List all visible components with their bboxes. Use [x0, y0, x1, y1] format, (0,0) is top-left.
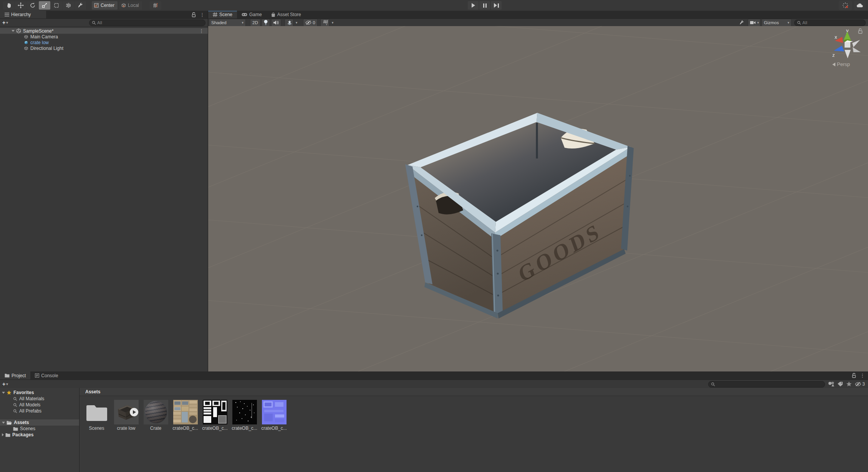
- axis-x-label: x: [835, 34, 837, 40]
- asset-item-crate-material[interactable]: Crate: [141, 400, 171, 431]
- move-tool-button[interactable]: [15, 1, 27, 10]
- hierarchy-tabbar: Hierarchy ⋮: [0, 11, 208, 19]
- tab-hierarchy[interactable]: Hierarchy: [0, 11, 46, 18]
- lock-icon[interactable]: [192, 12, 196, 17]
- step-button[interactable]: [491, 1, 502, 10]
- assets-breadcrumb[interactable]: Assets: [80, 388, 868, 396]
- play-controls: [468, 1, 502, 10]
- search-icon: [13, 397, 17, 401]
- search-by-type-button[interactable]: [828, 381, 834, 387]
- play-button[interactable]: [468, 1, 479, 10]
- scene-menu-button[interactable]: ⋮: [199, 28, 204, 33]
- transform-tool-button[interactable]: [63, 1, 74, 10]
- asset-item-crate-albedo-texture[interactable]: crateOB_c...: [171, 400, 200, 431]
- foldout-icon[interactable]: [2, 433, 4, 436]
- hierarchy-item-label: Directional Light: [30, 46, 63, 51]
- play-icon: [472, 3, 475, 8]
- lock-icon[interactable]: [852, 373, 856, 378]
- tree-item-packages[interactable]: Packages: [0, 432, 79, 438]
- pause-button[interactable]: [479, 1, 490, 10]
- scene-viewport[interactable]: GOODS: [208, 26, 868, 371]
- cloud-services-button[interactable]: [854, 1, 866, 10]
- background-tasks-button[interactable]: [839, 1, 852, 10]
- rect-tool-button[interactable]: [51, 1, 62, 10]
- asset-item-crate-normal-texture[interactable]: crateOB_c...: [259, 400, 289, 431]
- gamepad-icon: [242, 13, 247, 17]
- pivot-mode-button[interactable]: Center: [92, 1, 118, 10]
- asset-item-crate-low-model[interactable]: crate low: [111, 400, 141, 431]
- lighting-toggle-button[interactable]: [262, 19, 270, 26]
- custom-tool-button[interactable]: [75, 1, 86, 10]
- camera-projection-button[interactable]: Persp: [832, 61, 850, 67]
- scale-tool-button[interactable]: [39, 1, 50, 10]
- lightbulb-icon: [264, 20, 268, 25]
- folder-icon: [5, 373, 10, 378]
- plus-icon: +: [2, 381, 5, 387]
- foldout-icon[interactable]: [2, 392, 5, 394]
- scene-search-input[interactable]: All: [794, 20, 866, 26]
- crate-3d-model: GOODS: [405, 113, 634, 319]
- asset-item-crate-occlusion-texture[interactable]: crateOB_c...: [230, 400, 259, 431]
- eye-hidden-icon: [855, 382, 861, 386]
- draw-mode-dropdown[interactable]: Shaded ▾: [209, 19, 246, 26]
- tree-item-scenes[interactable]: Scenes: [0, 426, 79, 432]
- tab-asset-store[interactable]: Asset Store: [267, 11, 306, 18]
- tree-item-label: All Prefabs: [19, 408, 41, 414]
- tree-item-all-materials[interactable]: All Materials: [0, 396, 79, 402]
- scene-camera-dropdown[interactable]: ▾: [748, 19, 760, 26]
- favorite-search-button[interactable]: [846, 381, 852, 387]
- project-search-input[interactable]: [708, 381, 825, 388]
- foldout-icon[interactable]: [2, 422, 5, 424]
- gameobject-cube-icon: [24, 35, 28, 39]
- hierarchy-item-main-camera[interactable]: Main Camera: [0, 34, 208, 40]
- gizmos-dropdown[interactable]: Gizmos ▾: [762, 19, 792, 26]
- scene-header-row[interactable]: SampleScene* ⋮: [0, 28, 208, 34]
- scene-visibility-button[interactable]: 0: [303, 19, 317, 26]
- tree-item-all-models[interactable]: All Models: [0, 402, 79, 408]
- grid-axis-icon: Y: [323, 20, 328, 25]
- tab-scene[interactable]: Scene: [208, 11, 237, 18]
- tab-project[interactable]: Project: [0, 371, 30, 380]
- asset-item-scenes-folder[interactable]: Scenes: [82, 400, 111, 431]
- hierarchy-item-crate-low[interactable]: crate low: [0, 40, 208, 45]
- foldout-icon[interactable]: [12, 30, 15, 32]
- tab-game[interactable]: Game: [237, 11, 267, 18]
- hand-tool-button[interactable]: [3, 1, 15, 10]
- project-create-button[interactable]: + ▾: [0, 381, 10, 387]
- rotate-tool-button[interactable]: [27, 1, 38, 10]
- pivot-center-icon: [94, 3, 99, 8]
- effects-dropdown[interactable]: ▾: [295, 19, 300, 26]
- tree-item-favorites[interactable]: Favorites: [0, 389, 79, 396]
- audio-toggle-button[interactable]: [271, 19, 281, 26]
- project-visibility-button[interactable]: 3: [855, 381, 865, 387]
- project-tree: Favorites All Materials All Models All P…: [0, 388, 80, 472]
- grid-dropdown[interactable]: ▾: [331, 19, 336, 26]
- tree-item-assets[interactable]: Assets: [0, 419, 79, 426]
- scene-tools-button[interactable]: [737, 19, 747, 26]
- viewport-lock-icon[interactable]: [859, 29, 862, 33]
- transform-icon: [65, 2, 71, 8]
- texture-thumbnail: [232, 400, 257, 424]
- hierarchy-menu-button[interactable]: ⋮: [200, 12, 205, 17]
- hierarchy-item-directional-light[interactable]: Directional Light: [0, 45, 208, 51]
- model-preview-play-button[interactable]: [130, 408, 138, 416]
- effects-toggle-button[interactable]: [285, 19, 293, 26]
- grid-snap-button[interactable]: [150, 1, 161, 10]
- orientation-gizmo[interactable]: y x z: [832, 28, 862, 58]
- tree-item-all-prefabs[interactable]: All Prefabs: [0, 408, 79, 414]
- search-by-label-button[interactable]: [837, 381, 843, 387]
- search-icon: [797, 21, 801, 25]
- rotate-icon: [30, 2, 36, 8]
- hierarchy-icon: [5, 13, 9, 17]
- asset-item-crate-metallic-texture[interactable]: crateOB_c...: [200, 400, 230, 431]
- 2d-toggle-button[interactable]: 2D: [250, 19, 260, 26]
- project-menu-button[interactable]: ⋮: [860, 373, 865, 378]
- hierarchy-search-input[interactable]: All: [89, 20, 205, 26]
- tab-console[interactable]: Console: [30, 371, 63, 380]
- plus-icon: +: [2, 20, 5, 26]
- space-mode-button[interactable]: Local: [119, 1, 142, 10]
- grid-visibility-button[interactable]: Y: [320, 19, 330, 26]
- project-panel: Project Console ⋮ + ▾ 3: [0, 371, 868, 472]
- hierarchy-create-button[interactable]: + ▾: [0, 20, 10, 26]
- star-icon: [7, 390, 12, 395]
